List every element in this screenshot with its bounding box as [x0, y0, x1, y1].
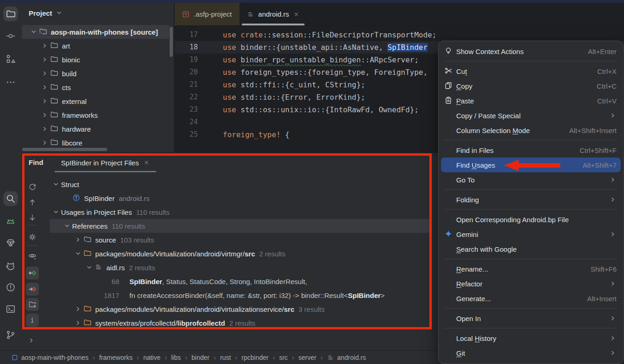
breadcrumb-item-server[interactable]: server [299, 354, 317, 361]
project-tree-item-art[interactable]: art [21, 39, 169, 53]
chevron-right-icon[interactable] [40, 70, 50, 77]
find-toolbar-previous-occurrence[interactable] [26, 196, 39, 209]
project-tree-item-cts[interactable]: cts [21, 80, 169, 94]
menu-item-search-with-google[interactable]: Search with Google [439, 242, 623, 256]
activity-bar-problems[interactable] [3, 280, 18, 295]
chevron-down-icon[interactable] [51, 181, 61, 188]
menu-item-find-in-files[interactable]: Find in FilesCtrl+Shift+F [439, 143, 623, 158]
menu-item-rename[interactable]: Rename...Shift+F6 [439, 261, 623, 276]
module-icon [83, 235, 92, 243]
tab-android-rs[interactable]: android.rs [239, 3, 307, 25]
activity-bar-logcat[interactable] [3, 214, 18, 229]
project-tree-item-frameworks[interactable]: frameworks [21, 108, 169, 122]
menu-item-find-usages[interactable]: Find UsagesAlt+Shift+7 [441, 158, 621, 172]
find-toolbar-read-access-filter[interactable] [26, 267, 39, 279]
menu-item-go-to[interactable]: Go To [439, 172, 623, 187]
menu-shortcut: Alt+Shift+Insert [569, 127, 617, 134]
menu-item-open-corresponding-android-bp-file[interactable]: Open Corresponding Android.bp File [439, 212, 623, 227]
activity-bar-cat-tool[interactable] [3, 259, 18, 273]
chevron-right-icon[interactable] [40, 139, 50, 146]
chevron-down-icon[interactable] [62, 222, 72, 230]
close-icon[interactable] [143, 159, 150, 166]
breadcrumb-item-aosp-main-with-phones[interactable]: aosp-main-with-phones [11, 354, 89, 361]
menu-item-generate[interactable]: Generate...Alt+Insert [439, 291, 623, 306]
scrollbar-thumb-horizontal[interactable] [22, 148, 107, 151]
chevron-down-icon[interactable] [29, 28, 39, 36]
breadcrumb-item-rpcbinder[interactable]: rpcbinder [242, 354, 269, 361]
breadcrumb-item-rust[interactable]: rust [220, 354, 231, 361]
activity-bar-terminal[interactable] [3, 302, 18, 316]
line-number: 21 [175, 79, 219, 91]
find-toolbar-refresh-search[interactable] [26, 180, 39, 193]
submenu-arrow-icon [609, 176, 617, 183]
chevron-down-icon[interactable] [84, 264, 94, 271]
menu-item-label: Rename... [456, 265, 488, 273]
menu-item-refactor[interactable]: Refactor [439, 276, 623, 291]
activity-bar-structure[interactable] [3, 52, 18, 67]
find-toolbar-settings[interactable] [26, 231, 39, 243]
find-toolbar-preview-usages[interactable] [26, 249, 39, 262]
menu-item-gemini[interactable]: Gemini [439, 227, 623, 242]
file-lines-icon [247, 11, 254, 18]
activity-bar-gem-tool[interactable] [3, 236, 18, 250]
breadcrumb-item-native[interactable]: native [143, 354, 160, 361]
folder-icon [83, 318, 92, 327]
find-toolbar-show-options[interactable] [26, 314, 39, 327]
project-tree-item-hardware[interactable]: hardware [21, 122, 169, 136]
menu-item-local-history[interactable]: Local History [439, 331, 623, 346]
find-toolbar-next-occurrence[interactable] [26, 211, 39, 224]
menu-item-show-context-actions[interactable]: Show Context ActionsAlt+Enter [439, 44, 623, 59]
menu-item-label: Folding [456, 196, 479, 204]
project-tree-item-aosp-main-with-phones-source[interactable]: aosp-main-with-phones [source] [21, 25, 169, 39]
copy-icon [444, 81, 456, 91]
activity-bar-commit[interactable] [3, 29, 18, 43]
search-icon [6, 194, 16, 204]
menu-item-paste[interactable]: PasteCtrl+V [439, 93, 623, 108]
chevron-right-icon[interactable] [73, 236, 83, 243]
tab-asfp-project[interactable]: .asfp-project [175, 3, 239, 25]
chevron-right-icon[interactable] [40, 97, 50, 105]
chevron-right-icon[interactable] [40, 56, 50, 63]
menu-item-cut[interactable]: CutCtrl+X [439, 64, 623, 79]
chevron-right-icon[interactable] [73, 305, 83, 313]
chevron-right-icon[interactable] [73, 319, 83, 327]
menu-item-git[interactable]: Git [439, 346, 623, 360]
collapsed-row-chevron-icon[interactable] [28, 337, 35, 344]
chevron-right-icon[interactable] [40, 125, 50, 133]
menu-item-column-selection-mode[interactable]: Column Selection ModeAlt+Shift+Insert [439, 123, 623, 138]
project-tree-item-external[interactable]: external [21, 94, 169, 108]
breadcrumb-item-libs[interactable]: libs [171, 354, 181, 361]
project-panel-header[interactable]: Project [21, 3, 174, 23]
chevron-right-icon[interactable] [40, 42, 50, 49]
breadcrumb-item-android-rs[interactable]: android.rs [327, 354, 366, 361]
menu-item-open-in[interactable]: Open In [439, 311, 623, 326]
menu-item-folding[interactable]: Folding [439, 192, 623, 207]
find-toolbar-open-in-new-tab[interactable] [26, 298, 39, 311]
chevron-down-icon[interactable] [51, 208, 61, 216]
menu-item-copy-paste-special[interactable]: Copy / Paste Special [439, 108, 623, 123]
chevron-right-icon[interactable] [40, 111, 50, 119]
activity-bar-find[interactable] [3, 191, 18, 206]
breadcrumb-item-frameworks[interactable]: frameworks [99, 354, 133, 361]
scrollbar-thumb-vertical[interactable] [170, 27, 173, 57]
breadcrumb-label: src [279, 354, 288, 361]
project-tree-item-bionic[interactable]: bionic [21, 53, 169, 67]
chevron-right-icon[interactable] [40, 84, 50, 91]
project-tree-item-build[interactable]: build [21, 67, 169, 80]
tree-item-label: bionic [62, 56, 80, 64]
breadcrumb-item-src[interactable]: src [279, 354, 288, 361]
close-icon[interactable] [293, 11, 300, 18]
activity-bar-project-view[interactable] [3, 6, 18, 21]
activity-bar-more-tool-windows[interactable] [3, 75, 18, 90]
activity-bar-version-control[interactable] [3, 328, 18, 342]
find-results-tab[interactable]: SpIBinder in Project Files [55, 153, 156, 172]
breadcrumb-item-binder[interactable]: binder [191, 354, 209, 361]
tree-item-label: libcore [62, 139, 82, 147]
menu-item-copy[interactable]: CopyCtrl+C [439, 79, 623, 93]
find-toolbar-write-access-filter[interactable] [26, 283, 39, 296]
gemini-icon [444, 230, 456, 239]
file-lines-icon [94, 263, 103, 271]
breadcrumb-label: frameworks [99, 354, 133, 361]
code-line-17: 17use crate::session::FileDescriptorTran… [175, 29, 624, 41]
chevron-down-icon[interactable] [73, 250, 83, 257]
